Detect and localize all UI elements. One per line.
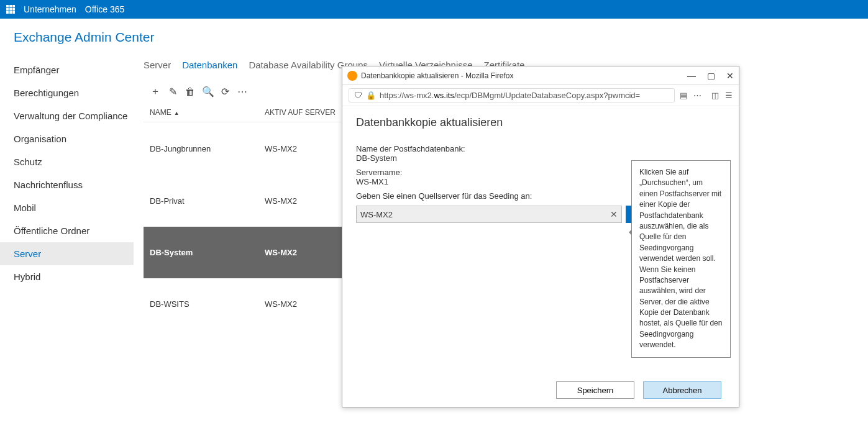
page-title: Exchange Admin Center — [14, 30, 868, 45]
sidebar-item-organization[interactable]: Organisation — [0, 127, 134, 150]
svg-rect-7 — [9, 11, 12, 14]
url-field[interactable]: 🛡 🔒 https://ws-mx2.ws.its/ecp/DBMgmt/Upd… — [349, 88, 675, 102]
svg-rect-8 — [12, 11, 15, 14]
source-input[interactable]: WS-MX2 ✕ — [356, 206, 622, 223]
shield-icon[interactable]: 🛡 — [354, 91, 362, 100]
refresh-icon[interactable]: ⟳ — [219, 86, 231, 98]
svg-rect-6 — [6, 11, 9, 14]
svg-rect-4 — [9, 8, 12, 11]
svg-rect-2 — [12, 5, 15, 7]
dialog-title: Datenbankkopie aktualisieren - Mozilla F… — [361, 71, 687, 80]
sidebar-item-protection[interactable]: Schutz — [0, 150, 134, 173]
cancel-button[interactable]: Abbrechen — [643, 381, 721, 399]
sidebar: Empfänger Berechtigungen Verwaltung der … — [0, 56, 134, 330]
sidebar-item-publicfolders[interactable]: Öffentliche Ordner — [0, 219, 134, 242]
firefox-icon — [347, 71, 357, 81]
tab-server[interactable]: Server — [144, 60, 171, 70]
sidebar-item-server[interactable]: Server — [0, 242, 134, 265]
page-action-icon[interactable]: ⋯ — [693, 91, 701, 100]
svg-rect-1 — [9, 5, 12, 7]
help-callout: Klicken Sie auf „Durchsuchen“, um einen … — [631, 160, 731, 358]
lock-warn-icon[interactable]: 🔒 — [366, 91, 376, 100]
maximize-icon[interactable]: ▢ — [707, 71, 715, 81]
search-icon[interactable]: 🔍 — [202, 86, 213, 98]
save-button[interactable]: Speichern — [556, 381, 634, 399]
dialog-heading: Datenbankkopie aktualisieren — [356, 116, 725, 129]
sidebar-item-mobile[interactable]: Mobil — [0, 196, 134, 219]
o365-link[interactable]: Office 365 — [85, 4, 125, 14]
edit-icon[interactable]: ✎ — [167, 86, 178, 98]
extensions-icon[interactable]: ◫ — [711, 91, 719, 100]
source-value: WS-MX2 — [360, 210, 610, 219]
db-name-label: Name der Postfachdatenbank: — [356, 144, 725, 153]
sidebar-item-compliance[interactable]: Verwaltung der Compliance — [0, 104, 134, 127]
dialog-titlebar[interactable]: Datenbankkopie aktualisieren - Mozilla F… — [342, 66, 739, 85]
sidebar-item-hybrid[interactable]: Hybrid — [0, 265, 134, 288]
close-icon[interactable]: ✕ — [726, 71, 734, 81]
waffle-icon[interactable] — [5, 4, 16, 15]
page-header: Exchange Admin Center — [0, 19, 868, 56]
svg-rect-0 — [6, 5, 9, 7]
org-link[interactable]: Unternehmen — [24, 4, 76, 14]
col-name[interactable]: NAME▲ — [144, 104, 258, 122]
sidebar-item-recipients[interactable]: Empfänger — [0, 58, 134, 81]
dialog-footer: Speichern Abbrechen — [342, 373, 739, 407]
reader-icon[interactable]: ▤ — [680, 91, 687, 100]
menu-icon[interactable]: ☰ — [725, 91, 733, 100]
url-bar: 🛡 🔒 https://ws-mx2.ws.its/ecp/DBMgmt/Upd… — [342, 85, 739, 106]
minimize-icon[interactable]: — — [687, 71, 696, 81]
suite-bar: Unternehmen Office 365 — [0, 0, 868, 19]
delete-icon[interactable]: 🗑 — [185, 86, 196, 98]
tab-databases[interactable]: Datenbanken — [182, 60, 237, 70]
window-buttons: — ▢ ✕ — [687, 71, 734, 81]
svg-rect-5 — [12, 8, 15, 11]
svg-rect-3 — [6, 8, 9, 11]
more-icon[interactable]: ⋯ — [237, 86, 248, 98]
add-icon[interactable]: ＋ — [150, 85, 161, 98]
sidebar-item-permissions[interactable]: Berechtigungen — [0, 81, 134, 104]
clear-icon[interactable]: ✕ — [610, 209, 618, 219]
sidebar-item-mailflow[interactable]: Nachrichtenfluss — [0, 173, 134, 196]
sort-asc-icon: ▲ — [174, 110, 180, 116]
